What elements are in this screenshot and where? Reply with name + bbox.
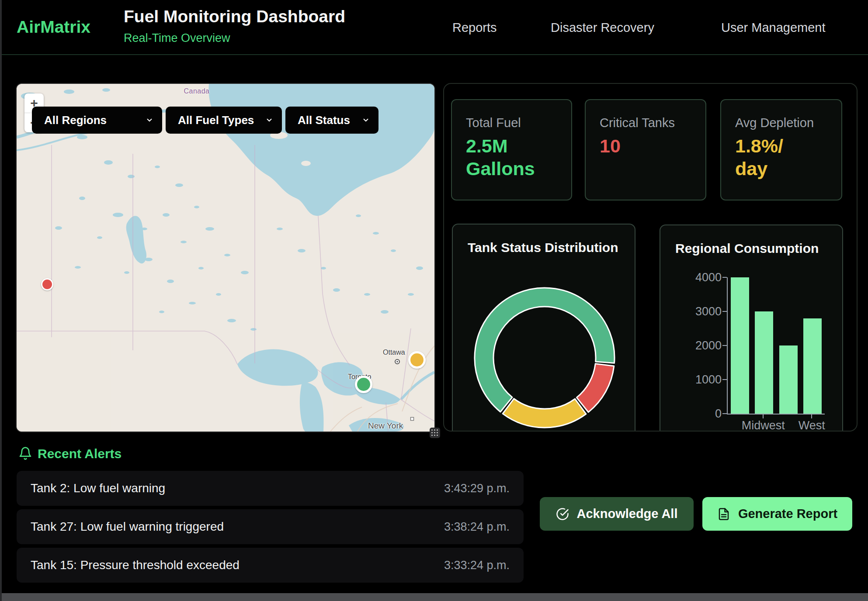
region-filter-dropdown[interactable]: All Regions [32, 107, 162, 134]
y-axis-tick-label: 3000 [685, 305, 722, 318]
tank-status-distribution-card: Tank Status Distribution [452, 224, 635, 432]
y-axis-tick-label: 4000 [685, 271, 722, 284]
fuel-monitoring-dashboard: AirMatrix Fuel Monitoring Dashboard Real… [0, 0, 868, 601]
alert-time: 3:33:24 p.m. [444, 559, 510, 572]
acknowledge-all-button[interactable]: Acknowledge All [540, 497, 694, 531]
report-document-icon [717, 508, 730, 521]
ottawa-city-dot [394, 359, 400, 365]
region-filter-value: All Regions [44, 114, 107, 127]
alert-time: 3:38:24 p.m. [444, 520, 510, 534]
map-filter-bar: All Regions All Fuel Types All Status [32, 107, 378, 134]
stat-label: Total Fuel [466, 116, 571, 130]
chevron-down-icon [146, 116, 153, 124]
bell-icon [18, 446, 32, 460]
page-title: Fuel Monitoring Dashboard [124, 7, 345, 26]
tank-marker-normal[interactable] [355, 376, 372, 393]
y-axis-tick-label: 0 [685, 407, 722, 421]
donut-chart-title: Tank Status Distribution [468, 240, 618, 255]
consumption-bar-1 [755, 311, 773, 414]
check-circle-icon [556, 508, 569, 521]
window-left-edge [0, 0, 2, 601]
y-axis-tick-label: 1000 [685, 373, 722, 387]
basemap-canada [17, 84, 434, 432]
stat-value: 10 [600, 135, 705, 157]
acknowledge-all-label: Acknowledge All [577, 507, 678, 521]
map-label-ottawa: Ottawa [383, 349, 405, 356]
y-axis-tick-mark [722, 413, 727, 414]
tank-marker-warning[interactable] [408, 351, 426, 369]
stat-value: 2.5M Gallons [466, 135, 571, 180]
stat-label: Critical Tanks [600, 116, 705, 130]
y-axis-tick-mark [722, 379, 727, 380]
y-axis-tick-mark [722, 311, 727, 312]
app-logo: AirMatrix [17, 17, 90, 37]
status-filter-dropdown[interactable]: All Status [285, 107, 378, 134]
generate-report-label: Generate Report [738, 507, 837, 521]
stat-label: Avg Depletion [735, 116, 841, 130]
x-axis-tick-mark [811, 414, 812, 418]
stat-card-avg-depletion: Avg Depletion 1.8%/ day [720, 99, 842, 200]
chevron-down-icon [265, 116, 273, 124]
map-label-canada: Canada [170, 87, 223, 95]
regional-consumption-plot [727, 277, 825, 414]
stat-card-critical-tanks: Critical Tanks 10 [585, 99, 706, 200]
regional-consumption-card: Regional Consumption 01000200030004000Mi… [660, 225, 843, 432]
header: AirMatrix Fuel Monitoring Dashboard Real… [0, 0, 868, 55]
alert-row[interactable]: Tank 15: Pressure threshold exceeded 3:3… [17, 548, 524, 583]
alert-time: 3:43:29 p.m. [444, 482, 510, 495]
x-axis-tick-label-west: West [781, 419, 842, 432]
overview-panel: Total Fuel 2.5M Gallons Critical Tanks 1… [443, 83, 858, 432]
alert-text: Tank 27: Low fuel warning triggered [31, 520, 224, 534]
nav-reports[interactable]: Reports [452, 20, 497, 35]
page-subtitle: Real-Time Overview [124, 31, 230, 45]
nav-disaster-recovery[interactable]: Disaster Recovery [551, 20, 654, 35]
stat-card-total-fuel: Total Fuel 2.5M Gallons [451, 99, 572, 200]
status-filter-value: All Status [298, 114, 350, 127]
recent-alerts-heading: Recent Alerts [38, 446, 122, 461]
donut-segment-warning [503, 399, 586, 428]
fuel-type-filter-value: All Fuel Types [178, 114, 254, 127]
alert-text: Tank 15: Pressure threshold exceeded [31, 558, 240, 572]
consumption-bar-2 [779, 345, 798, 414]
donut-segment-critical [576, 364, 614, 412]
stat-value: 1.8%/ day [735, 135, 841, 180]
resize-grip-handle[interactable] [430, 428, 440, 438]
alert-text: Tank 2: Low fuel warning [31, 481, 165, 495]
consumption-bar-0 [731, 277, 749, 414]
tank-status-donut [453, 266, 636, 432]
fuel-map[interactable]: Canada Ottawa Toronto New York + − All R… [17, 84, 434, 432]
x-axis-tick-mark [763, 414, 764, 418]
fuel-type-filter-dropdown[interactable]: All Fuel Types [166, 107, 282, 134]
nav-user-management[interactable]: User Management [721, 20, 826, 35]
bar-chart-title: Regional Consumption [675, 241, 819, 256]
consumption-bar-3 [803, 318, 822, 414]
generate-report-button[interactable]: Generate Report [702, 497, 852, 531]
y-axis-tick-label: 2000 [685, 339, 722, 352]
alert-row[interactable]: Tank 2: Low fuel warning 3:43:29 p.m. [17, 471, 524, 506]
y-axis-tick-mark [722, 345, 727, 346]
tank-marker-critical[interactable] [41, 278, 53, 290]
chevron-down-icon [362, 116, 370, 124]
map-label-new-york: New York [368, 421, 403, 431]
alert-row[interactable]: Tank 27: Low fuel warning triggered 3:38… [17, 509, 524, 544]
new-york-dot [410, 417, 414, 421]
window-bottom-bar [0, 593, 868, 601]
y-axis-tick-mark [722, 277, 727, 278]
